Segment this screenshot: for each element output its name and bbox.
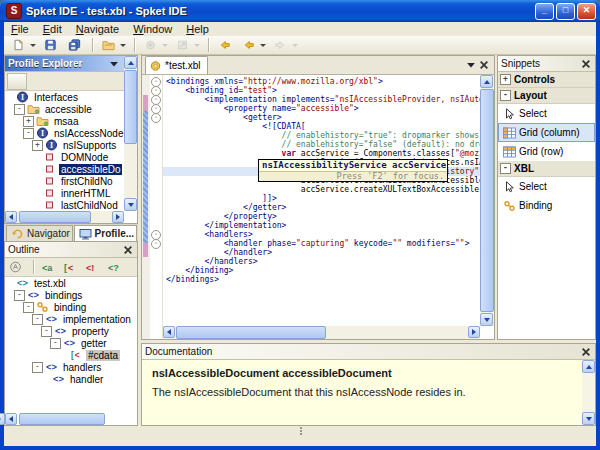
profile-tree-hscroll[interactable] [5,211,124,223]
maximize-button[interactable]: □ [556,3,575,20]
collapse-icon[interactable]: - [23,128,34,139]
collapse-icon[interactable]: - [32,362,43,373]
snippet-binding[interactable]: Binding [498,196,595,215]
collapse-icon[interactable]: - [32,314,43,325]
scroll-up-icon[interactable] [128,58,134,65]
fold-collapse-icon[interactable]: - [151,113,161,123]
tree-item--cdata[interactable]: [<#cdata [5,349,137,361]
code-line[interactable]: <getter> [166,113,494,122]
code-line[interactable]: <property name="accessible"> [166,104,494,113]
editor-vscroll[interactable] [480,75,494,326]
tree-item-msaa[interactable]: +msaa [5,115,124,127]
scroll-down-icon[interactable] [586,417,592,424]
scroll-right-icon[interactable] [0,416,4,422]
tree-item-getter[interactable]: -<>getter [5,337,137,349]
show-attributes-button[interactable]: <a [39,259,59,276]
expand-icon[interactable]: + [23,116,34,127]
close-button[interactable]: ✕ [577,3,596,20]
tree-item-test-xbl[interactable]: <>test.xbl [5,277,137,289]
snippet-grid-row-[interactable]: Grid (row) [498,142,595,161]
minimize-button[interactable]: _ [535,3,554,20]
snippets-section-xbl[interactable]: -XBL [498,161,595,177]
view-menu-icon[interactable] [109,59,120,69]
code-line[interactable]: var accService = Components.classes["@mo… [166,149,494,158]
collapse-icon[interactable]: - [500,90,511,101]
doc-vscroll[interactable] [582,360,595,425]
code-line[interactable]: </property> [166,212,494,221]
tree-item-binding[interactable]: -binding [5,301,137,313]
dropdown-arrow-icon[interactable] [30,44,36,47]
tree-item-handlers[interactable]: -<>handlers [5,361,137,373]
snippet-grid-column-[interactable]: Grid (column) [498,123,595,142]
save-all-button[interactable] [65,36,87,55]
sash-grip[interactable] [300,427,302,429]
collapse-icon[interactable]: - [14,104,25,115]
tree-item-property[interactable]: -<>property [5,325,137,337]
outline-header[interactable]: Outline [5,242,137,258]
tree-item-innerhtml[interactable]: innerHTML [5,187,124,199]
tree-item-nsisupports[interactable]: +InsISupports [5,139,124,151]
last-edit-location-button[interactable] [215,36,237,55]
scroll-down-icon[interactable] [128,203,134,210]
tree-item-implementation[interactable]: -<>implementation [5,313,137,325]
dropdown-arrow-icon[interactable] [260,44,266,47]
scroll-up-icon[interactable] [484,77,490,84]
fold-collapse-icon[interactable]: - [151,239,161,249]
editor-menu-icon[interactable] [466,60,477,70]
hierarchy-button[interactable] [7,73,27,90]
expand-icon[interactable]: + [500,74,511,85]
scroll-left-icon[interactable] [6,214,13,220]
collapse-icon[interactable]: - [500,163,511,174]
sort-button[interactable] [7,259,27,276]
code-line[interactable]: <implementation implements="nsIAccessibl… [166,95,494,104]
menu-help[interactable]: Help [179,23,216,35]
tree-item-handler[interactable]: <>handler [5,373,137,385]
code-line[interactable]: </handlers> [166,257,494,266]
editor-hscroll[interactable] [163,326,480,339]
scroll-left-icon[interactable] [164,329,171,335]
editor-annotation-ruler[interactable] [142,75,150,339]
title-bar[interactable]: S Spket IDE - test.xbl - Spket IDE _ □ ✕ [0,0,600,22]
editor-close-icon[interactable] [479,60,490,70]
tree-item-lastchildnod[interactable]: lastChildNod [5,199,124,211]
menu-edit[interactable]: Edit [36,23,69,35]
code-line[interactable]: <binding id="test"> [166,86,494,95]
code-line[interactable]: </binding> [166,266,494,275]
code-area[interactable]: <bindings xmlns="http://www.mozilla.org/… [163,75,494,339]
close-icon[interactable] [581,347,592,357]
collapse-icon[interactable]: - [41,326,52,337]
collapse-icon[interactable]: - [14,290,25,301]
expand-icon[interactable]: + [32,140,43,151]
scroll-up-icon[interactable] [586,362,592,369]
code-line[interactable]: </getter> [166,203,494,212]
scroll-left-icon[interactable] [6,416,13,422]
code-line[interactable]: <![CDATA[ [166,122,494,131]
dropdown-arrow-icon[interactable] [120,44,126,47]
code-line[interactable]: <handlers> [166,230,494,239]
save-button[interactable] [41,36,63,55]
menu-navigate[interactable]: Navigate [69,23,126,35]
editor-tab-testxbl[interactable]: *test.xbl [145,56,208,74]
snippets-section-layout[interactable]: -Layout [498,88,595,104]
menu-file[interactable]: File [4,23,36,35]
tab-profile[interactable]: Profile... [74,225,137,241]
new-file-button[interactable]: * [9,36,39,55]
profile-tree-vscroll[interactable] [124,56,137,211]
snippets-section-controls[interactable]: +Controls [498,72,595,88]
tree-item-nsiaccessnode[interactable]: -InsIAccessNode [5,127,124,139]
close-icon[interactable] [123,245,134,255]
tree-item-interfaces[interactable]: IInterfaces [5,91,124,103]
tree-item-bindings[interactable]: -<>bindings [5,289,137,301]
folding-gutter[interactable]: ------- [150,75,163,339]
show-comments-button[interactable]: <! [83,259,103,276]
documentation-header[interactable]: Documentation [142,344,595,360]
scroll-down-icon[interactable] [484,318,490,325]
code-line[interactable]: ]]> [166,194,494,203]
profile-explorer-header[interactable]: Profile Explorer [5,56,137,72]
scroll-right-icon[interactable] [472,329,479,335]
snippet-select[interactable]: Select [498,177,595,196]
close-icon[interactable] [581,59,592,69]
code-line[interactable]: </bindings> [166,275,494,284]
snippet-select[interactable]: Select [498,104,595,123]
code-line[interactable]: <handler phase="capturing" keycode="" mo… [166,239,494,248]
